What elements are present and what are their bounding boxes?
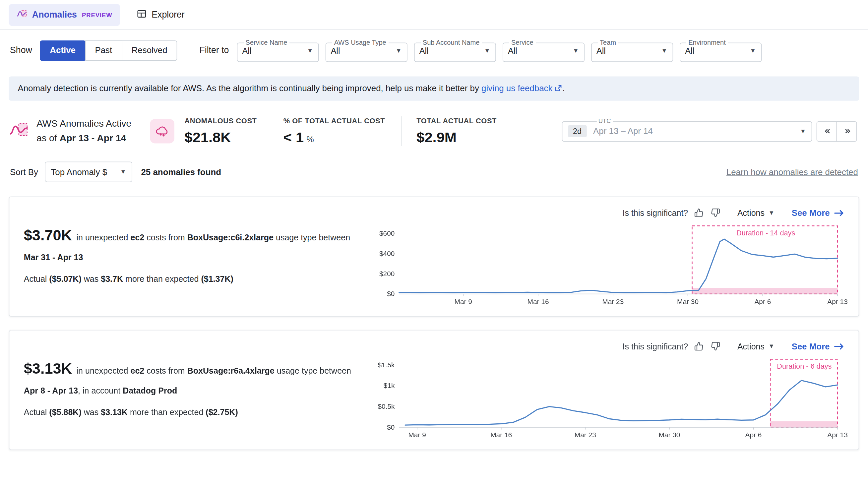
show-label: Show xyxy=(10,45,32,55)
anomaly-card: Is this significant? Actions▼ See More $… xyxy=(9,196,859,316)
dropdown-label: Service Name xyxy=(243,39,289,47)
svg-text:$1k: $1k xyxy=(383,381,395,389)
caret-down-icon: ▼ xyxy=(769,210,775,216)
tab-anomalies-label: Anomalies xyxy=(32,10,77,20)
thumbs-down-icon xyxy=(711,341,720,351)
arrow-right-icon xyxy=(834,209,844,216)
dropdown-aws-usage-type[interactable]: AWS Usage Type All▼ xyxy=(325,39,407,62)
sort-by-label: Sort By xyxy=(10,167,38,177)
skip-forward-button[interactable] xyxy=(837,121,857,142)
chevron-down-icon: ▼ xyxy=(307,48,313,54)
chevron-down-icon: ▼ xyxy=(572,48,579,54)
preview-badge: PREVIEW xyxy=(82,11,113,18)
summary-bar: AWS Anomalies Active as of Apr 13 - Apr … xyxy=(0,101,868,149)
dropdown-service-name[interactable]: Service Name All▼ xyxy=(237,39,319,62)
metric-pct-total: % OF TOTAL ACTUAL COST < 1% xyxy=(283,116,385,146)
dropdown-value: All xyxy=(596,46,606,55)
timezone-label: UTC xyxy=(597,117,613,124)
svg-text:Mar 30: Mar 30 xyxy=(658,431,680,439)
svg-text:$0: $0 xyxy=(387,423,395,431)
svg-text:Apr 6: Apr 6 xyxy=(745,431,762,439)
tab-anomalies[interactable]: Anomalies PREVIEW xyxy=(9,4,120,26)
dropdown-sub-account-name[interactable]: Sub Account Name All▼ xyxy=(414,39,496,62)
anomaly-headline: $3.70Kin unexpected ec2 costs from BoxUs… xyxy=(24,222,356,265)
svg-text:$600: $600 xyxy=(379,229,395,237)
svg-text:Duration - 6 days: Duration - 6 days xyxy=(777,362,832,370)
dropdown-label: Environment xyxy=(686,39,728,47)
anomaly-amount: $3.13K xyxy=(24,360,72,377)
learn-more-link[interactable]: Learn how anomalies are detected xyxy=(726,167,858,177)
svg-text:Apr 13: Apr 13 xyxy=(827,431,847,439)
summary-date-range: Apr 13 - Apr 14 xyxy=(60,133,126,144)
anomaly-summary-icon xyxy=(9,120,29,142)
dropdown-value: All xyxy=(331,46,340,55)
metric-anomalous-cost: ANOMALOUS COST $21.8K xyxy=(185,116,257,146)
metric-label: % OF TOTAL ACTUAL COST xyxy=(283,116,385,125)
duration-chip: 2d xyxy=(568,125,587,137)
dropdown-label: Team xyxy=(597,39,618,47)
summary-title: AWS Anomalies Active as of Apr 13 - Apr … xyxy=(36,117,131,146)
anomalous-cost-icon xyxy=(150,119,175,143)
svg-text:Mar 9: Mar 9 xyxy=(408,431,426,439)
significance-label: Is this significant? xyxy=(623,208,688,217)
svg-text:Mar 9: Mar 9 xyxy=(455,298,472,305)
feedback-link[interactable]: giving us feedback xyxy=(482,84,562,93)
anomaly-chart: Duration - 14 daysMar 9Mar 16Mar 23Mar 3… xyxy=(370,222,847,308)
anomaly-detail: Actual ($5.88K) was $3.13K more than exp… xyxy=(24,407,356,417)
time-range-picker[interactable]: UTC 2d Apr 13 – Apr 14 ▼ xyxy=(562,121,812,142)
anomaly-detail: Actual ($5.07K) was $3.7K more than expe… xyxy=(24,274,356,283)
metric-value: $2.9M xyxy=(416,129,497,146)
sort-select[interactable]: Top Anomaly $ ▼ xyxy=(45,162,132,182)
tab-explorer[interactable]: Explorer xyxy=(136,9,185,21)
header-tab-bar: Anomalies PREVIEW Explorer xyxy=(0,0,868,30)
dropdown-service[interactable]: Service All▼ xyxy=(502,39,584,62)
segment-active[interactable]: Active xyxy=(40,40,86,61)
svg-text:$1.5k: $1.5k xyxy=(378,361,395,369)
sort-bar: Sort By Top Anomaly $ ▼ 25 anomalies fou… xyxy=(0,148,868,190)
thumbs-up-button[interactable] xyxy=(693,340,705,352)
chevron-down-icon: ▼ xyxy=(120,169,126,175)
double-chevron-right-icon xyxy=(842,127,851,135)
segment-past[interactable]: Past xyxy=(85,40,122,61)
metric-label: TOTAL ACTUAL COST xyxy=(416,116,497,125)
see-more-link[interactable]: See More xyxy=(792,208,844,218)
anomaly-headline: $3.13Kin unexpected ec2 costs from BoxUs… xyxy=(24,356,356,398)
time-skip-group xyxy=(816,121,857,142)
filter-bar: Show Active Past Resolved Filter to Serv… xyxy=(0,30,868,73)
anomaly-description: $3.13Kin unexpected ec2 costs from BoxUs… xyxy=(24,356,356,441)
actions-button[interactable]: Actions▼ xyxy=(737,208,775,217)
chevron-down-icon: ▼ xyxy=(661,48,668,54)
svg-text:Mar 23: Mar 23 xyxy=(602,298,624,305)
show-segmented-control: Active Past Resolved xyxy=(40,40,177,61)
anomalies-icon xyxy=(17,9,27,21)
explorer-grid-icon xyxy=(136,9,147,21)
svg-text:$400: $400 xyxy=(379,250,395,257)
dropdown-label: Sub Account Name xyxy=(421,39,482,47)
dropdown-label: Service xyxy=(509,39,535,47)
thumbs-down-button[interactable] xyxy=(710,207,721,218)
filter-to-label: Filter to xyxy=(199,45,229,55)
see-more-link[interactable]: See More xyxy=(792,341,844,351)
card-controls: Is this significant? Actions▼ See More xyxy=(24,340,844,352)
svg-text:Mar 30: Mar 30 xyxy=(677,298,699,305)
chevron-down-icon: ▼ xyxy=(484,48,490,54)
dropdown-team[interactable]: Team All▼ xyxy=(591,39,673,62)
actions-button[interactable]: Actions▼ xyxy=(737,341,775,351)
summary-title-line2: as of Apr 13 - Apr 14 xyxy=(36,131,131,146)
segment-resolved[interactable]: Resolved xyxy=(122,40,177,61)
svg-text:Mar 16: Mar 16 xyxy=(527,298,549,305)
chevron-down-icon: ▼ xyxy=(750,48,756,54)
svg-text:Apr 6: Apr 6 xyxy=(754,298,771,305)
summary-title-line1: AWS Anomalies Active xyxy=(36,117,131,131)
thumbs-up-button[interactable] xyxy=(693,207,705,218)
thumbs-up-icon xyxy=(694,208,704,217)
significance-label: Is this significant? xyxy=(623,341,688,351)
dropdown-environment[interactable]: Environment All▼ xyxy=(680,39,762,62)
anomaly-amount: $3.70K xyxy=(24,227,72,244)
caret-down-icon: ▼ xyxy=(769,343,775,349)
skip-back-button[interactable] xyxy=(816,121,837,142)
dropdown-value: All xyxy=(508,46,517,55)
banner-text-end: . xyxy=(562,84,565,93)
thumbs-down-button[interactable] xyxy=(710,340,721,352)
anomaly-chart: Duration - 6 daysMar 9Mar 16Mar 23Mar 30… xyxy=(370,356,847,441)
